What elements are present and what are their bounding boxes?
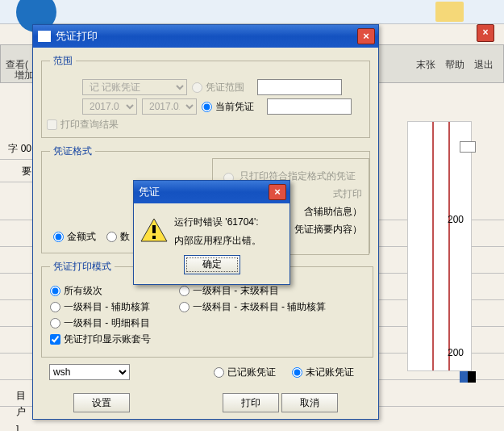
mode-all-levels[interactable]: 所有级次 (50, 284, 171, 298)
error-title: 凭证 (139, 185, 269, 199)
error-line1: 运行时错误 '61704': (174, 213, 261, 232)
range-radio-voucher-range: 凭证范围 (192, 81, 244, 94)
mode-l1-detail[interactable]: 一级科目 - 明细科目 (50, 316, 171, 330)
print-query-checkbox: 打印查询结果 (47, 118, 119, 132)
warning-icon (140, 218, 168, 242)
record-type-select: 记 记账凭证 (82, 79, 187, 95)
bg-label-dot: ] (16, 424, 19, 431)
format-legend: 凭证格式 (50, 144, 95, 158)
mode-legend: 凭证打印模式 (50, 260, 115, 274)
toolbar-help[interactable]: 帮助 (440, 45, 469, 85)
outer-close-button[interactable]: × (477, 24, 494, 42)
bg-value-200b: 200 (448, 347, 464, 358)
dialog-icon (38, 31, 51, 42)
print-button[interactable]: 打印 (223, 393, 279, 412)
toolbar-exit[interactable]: 退出 (469, 45, 503, 85)
user-select[interactable]: wsh (49, 364, 130, 380)
mode-l1-aux[interactable]: 一级科目 - 辅助核算 (50, 300, 171, 314)
booked-radio[interactable]: 已记账凭证 (214, 366, 276, 379)
mode-l1-end[interactable]: 一级科目 - 末级科目 (179, 284, 300, 298)
svg-rect-1 (152, 225, 156, 233)
range-legend: 范围 (50, 54, 76, 68)
mode-l1-end-aux[interactable]: 一级科目 - 末级科目 - 辅助核算 (179, 300, 356, 314)
format-radio-amount[interactable]: 金额式 (53, 230, 96, 244)
svg-rect-2 (152, 236, 156, 239)
bg-label-yao: 要 (0, 160, 34, 182)
range-input (257, 79, 342, 95)
period-to-select: 2017.01 (142, 98, 197, 115)
period-from-select: 2017.01 (82, 98, 137, 115)
bg-value-200a: 200 (448, 214, 464, 225)
error-dialog: 凭证 × 运行时错误 '61704': 内部应用程序出错。 确定 (133, 180, 290, 285)
toolbar-last[interactable]: 末张 (411, 45, 440, 85)
range-radio-current[interactable]: 当前凭证 (202, 100, 254, 114)
format-radio-qty[interactable]: 数 (106, 230, 130, 244)
mode-show-account[interactable]: 凭证打印显示账套号 (50, 333, 171, 346)
cancel-button[interactable]: 取消 (281, 393, 338, 412)
range-fieldset: 范围 记 记账凭证 凭证范围 2017.01 2017.01 当前凭证 (41, 54, 370, 138)
settings-button[interactable]: 设置 (73, 393, 130, 412)
bg-label-hu: 户 (16, 405, 26, 419)
row-icon-b[interactable] (460, 371, 476, 383)
bg-label-zi: 字 00 (0, 137, 34, 160)
unbooked-radio[interactable]: 未记账凭证 (292, 366, 354, 379)
bg-label-mu: 目 (16, 389, 26, 403)
bg-ruler (407, 121, 472, 371)
dialog-title: 凭证打印 (56, 29, 357, 44)
toolbar-add[interactable]: 增加 (15, 69, 34, 82)
close-button[interactable]: × (357, 28, 375, 44)
error-close-button[interactable]: × (269, 184, 286, 200)
error-ok-button[interactable]: 确定 (184, 255, 240, 274)
row-icon-a[interactable] (460, 141, 476, 153)
current-input (267, 98, 352, 115)
error-line2: 内部应用程序出错。 (174, 232, 261, 250)
